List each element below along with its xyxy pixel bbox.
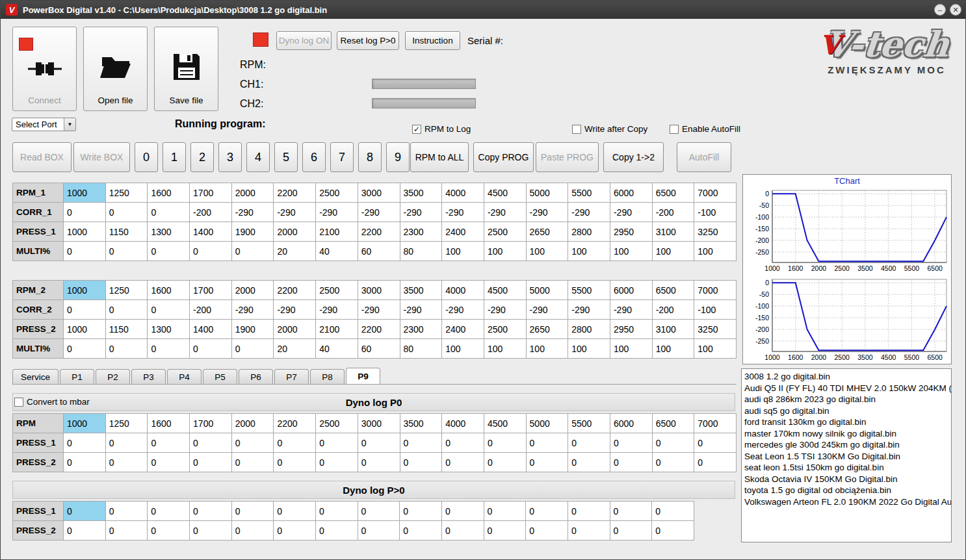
table-cell[interactable]: -100	[694, 300, 737, 320]
table-cell[interactable]: 1000	[64, 183, 106, 203]
table-cell[interactable]: 2400	[442, 320, 484, 339]
table-cell[interactable]: 0	[274, 521, 316, 541]
table-cell[interactable]: 0	[231, 339, 274, 359]
table-cell[interactable]: 6000	[610, 281, 652, 300]
table-cell[interactable]: 5000	[526, 281, 568, 300]
table-cell[interactable]: 0	[526, 521, 568, 541]
table-cell[interactable]: 0	[64, 453, 106, 472]
table-cell[interactable]: 0	[105, 453, 148, 472]
table-cell[interactable]: 3500	[400, 281, 442, 300]
file-list-item[interactable]: Audi Q5 II (FY FL) 40 TDI MHEV 2.0 150kW…	[744, 383, 948, 394]
table-cell[interactable]: 3000	[358, 414, 400, 433]
table-cell[interactable]: 4500	[484, 281, 526, 300]
copy-1-to-2-button[interactable]: Copy 1->2	[603, 142, 664, 172]
table-cell[interactable]: 0	[64, 242, 106, 261]
table-cell[interactable]: 2500	[316, 183, 358, 203]
table-cell[interactable]: 6500	[652, 281, 694, 300]
table-cell[interactable]: 0	[105, 502, 148, 521]
table-cell[interactable]: 0	[400, 502, 442, 521]
table-cell[interactable]: 0	[694, 433, 737, 453]
convert-to-mbar-checkbox[interactable]: Convert to mbar	[14, 397, 90, 407]
table-cell[interactable]: 2500	[484, 320, 526, 339]
table-cell[interactable]: 0	[316, 453, 358, 472]
rpm-to-all-button[interactable]: RPM to ALL	[410, 142, 469, 172]
table-cell[interactable]: 100	[694, 339, 737, 359]
table-cell[interactable]: 0	[568, 453, 610, 472]
table-cell[interactable]: 100	[652, 339, 694, 359]
table-cell[interactable]: 0	[231, 242, 274, 261]
table-cell[interactable]: 0	[105, 521, 148, 541]
table-cell[interactable]: 0	[358, 433, 400, 453]
table-cell[interactable]: 2650	[526, 320, 568, 339]
table-cell[interactable]: 0	[484, 453, 526, 472]
table-cell[interactable]: 0	[148, 242, 190, 261]
table-cell[interactable]: 0	[274, 502, 316, 521]
table-cell[interactable]: 100	[442, 242, 484, 261]
table-cell[interactable]: 4000	[442, 414, 484, 433]
table-cell[interactable]: 0	[189, 502, 231, 521]
tab-p1[interactable]: P1	[60, 369, 94, 384]
table-cell[interactable]: 100	[484, 339, 526, 359]
table-cell[interactable]: 0	[105, 300, 148, 320]
digit-button-1[interactable]: 1	[163, 142, 186, 172]
table-cell[interactable]: 0	[400, 433, 442, 453]
read-box-button[interactable]: Read BOX	[12, 142, 72, 172]
table-cell[interactable]: 0	[441, 502, 484, 521]
close-button[interactable]: ✕	[950, 4, 961, 16]
tab-p9[interactable]: P9	[346, 368, 380, 384]
table-cell[interactable]: 6000	[610, 414, 652, 433]
table-cell[interactable]: 0	[610, 453, 652, 472]
table-cell[interactable]: 4500	[484, 183, 526, 203]
table-cell[interactable]: 6500	[652, 414, 694, 433]
table-cell[interactable]: 60	[358, 242, 400, 261]
table-cell[interactable]: 0	[189, 521, 231, 541]
table-cell[interactable]: 0	[526, 502, 568, 521]
table-cell[interactable]: 100	[526, 242, 568, 261]
table-cell[interactable]: 2300	[400, 320, 442, 339]
table-cell[interactable]: 0	[694, 453, 737, 472]
table-cell[interactable]: 2500	[316, 414, 358, 433]
table-cell[interactable]: 20	[274, 339, 316, 359]
table-cell[interactable]: -290	[568, 300, 610, 320]
table-cell[interactable]: 0	[64, 339, 106, 359]
table-cell[interactable]: -290	[316, 203, 358, 222]
table-cell[interactable]: 5500	[568, 281, 610, 300]
table-cell[interactable]: 0	[568, 433, 610, 453]
table-cell[interactable]: 0	[148, 502, 190, 521]
table-cell[interactable]: -290	[231, 300, 274, 320]
table-cell[interactable]: -290	[358, 300, 400, 320]
table-cell[interactable]: 0	[190, 242, 232, 261]
table-cell[interactable]: 80	[400, 242, 442, 261]
digit-button-3[interactable]: 3	[218, 142, 242, 172]
tab-p5[interactable]: P5	[203, 369, 237, 384]
table-cell[interactable]: 1000	[64, 281, 106, 300]
table-cell[interactable]: 0	[400, 521, 442, 541]
table-cell[interactable]: 0	[274, 453, 316, 472]
tab-p6[interactable]: P6	[239, 369, 273, 384]
table-cell[interactable]: 2950	[610, 320, 652, 339]
table-cell[interactable]: 4500	[484, 414, 526, 433]
paste-prog-button[interactable]: Paste PROG	[536, 142, 599, 172]
table-cell[interactable]: 0	[526, 433, 568, 453]
table-cell[interactable]: -290	[442, 300, 484, 320]
table-cell[interactable]: 100	[610, 339, 652, 359]
table-cell[interactable]: -200	[652, 203, 694, 222]
table-cell[interactable]: 3500	[400, 414, 442, 433]
write-after-copy-checkbox[interactable]: Write after Copy	[572, 124, 647, 134]
table-cell[interactable]: -290	[231, 203, 274, 222]
table-cell[interactable]: 0	[315, 502, 358, 521]
table-cell[interactable]: 1000	[64, 414, 106, 433]
digit-button-8[interactable]: 8	[358, 142, 382, 172]
table-cell[interactable]: 0	[652, 433, 694, 453]
table-cell[interactable]: 1400	[190, 320, 232, 339]
table-cell[interactable]: 2500	[316, 281, 358, 300]
table-cell[interactable]: -290	[316, 300, 358, 320]
table-cell[interactable]: 2200	[358, 320, 400, 339]
table-cell[interactable]: 0	[610, 521, 652, 541]
table-cell[interactable]: 100	[526, 339, 568, 359]
table-cell[interactable]: 3100	[652, 222, 694, 242]
table-cell[interactable]: 0	[190, 433, 232, 453]
autofill-button[interactable]: AutoFill	[677, 142, 731, 172]
table-cell[interactable]: 0	[484, 521, 526, 541]
table-cell[interactable]: 0	[64, 300, 106, 320]
